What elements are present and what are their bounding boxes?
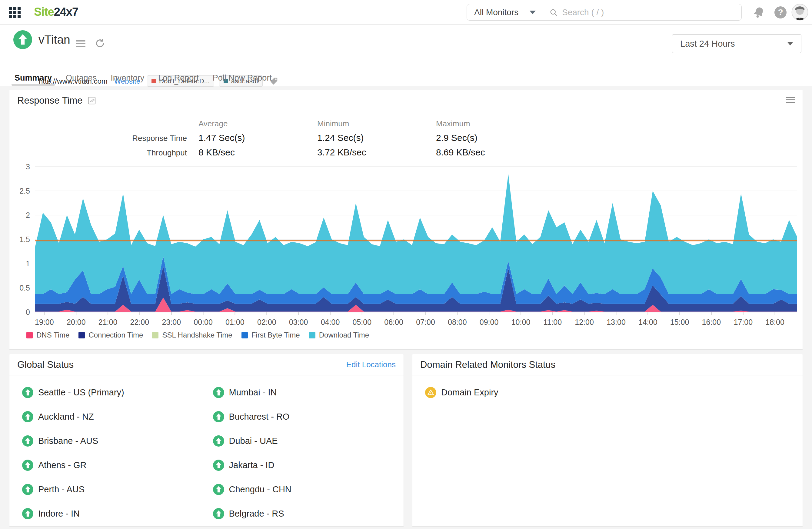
- legend-item[interactable]: DNS Time: [26, 331, 69, 339]
- domain-monitors-panel: Domain Related Monitors Status Domain Ex…: [412, 354, 803, 527]
- svg-text:18:00: 18:00: [765, 318, 784, 326]
- user-avatar[interactable]: [791, 3, 809, 21]
- warning-icon: [425, 387, 436, 398]
- svg-text:07:00: 07:00: [416, 318, 435, 326]
- location-item[interactable]: Brisbane - AUS: [22, 429, 213, 453]
- status-up-icon: [22, 436, 33, 446]
- stat-header-minimum: Minimum: [317, 119, 436, 129]
- response-panel-title: Response Time: [17, 95, 83, 106]
- svg-text:15:00: 15:00: [670, 318, 689, 326]
- legend-item[interactable]: Connection Time: [78, 331, 143, 339]
- location-item[interactable]: Auckland - NZ: [22, 405, 213, 429]
- domain-monitor-item[interactable]: Domain Expiry: [425, 380, 802, 405]
- stat-value: 1.47 Sec(s): [199, 133, 317, 143]
- locations-col-1: Seattle - US (Primary)Auckland - NZBrisb…: [22, 380, 213, 526]
- response-stats-table: Average Minimum Maximum Response Time 1.…: [10, 119, 802, 158]
- svg-text:10:00: 10:00: [511, 318, 531, 326]
- location-item[interactable]: Belgrade - RS: [213, 501, 404, 526]
- svg-text:01:00: 01:00: [226, 318, 245, 326]
- stat-value: 2.9 Sec(s): [436, 133, 555, 143]
- location-item[interactable]: Bucharest - RO: [213, 405, 404, 429]
- top-bar: Site24x7 All Monitors ?: [0, 0, 812, 25]
- status-up-icon: [213, 387, 224, 398]
- refresh-icon[interactable]: [95, 38, 105, 49]
- monitor-menu-icon[interactable]: [76, 40, 85, 48]
- notifications-bell-icon[interactable]: [751, 4, 767, 20]
- status-up-icon: [22, 484, 33, 495]
- status-up-icon: [213, 484, 224, 495]
- location-item[interactable]: Athens - GR: [22, 453, 213, 477]
- search-input[interactable]: [562, 8, 735, 17]
- time-range-label: Last 24 Hours: [680, 39, 735, 49]
- location-item[interactable]: Jakarta - ID: [213, 453, 404, 477]
- tab-log-report[interactable]: Log Report: [158, 69, 199, 86]
- svg-text:22:00: 22:00: [130, 318, 149, 326]
- location-item[interactable]: Dubai - UAE: [213, 429, 404, 453]
- stat-header-maximum: Maximum: [436, 119, 555, 129]
- stat-value: 8 KB/sec: [199, 147, 317, 158]
- location-item[interactable]: Perth - AUS: [22, 477, 213, 501]
- tab-summary[interactable]: Summary: [15, 69, 52, 86]
- status-up-icon: [213, 460, 224, 471]
- tab-outages[interactable]: Outages: [66, 69, 97, 86]
- legend-swatch: [152, 332, 158, 338]
- stat-value: 3.72 KB/sec: [317, 147, 436, 158]
- legend-swatch: [78, 332, 85, 338]
- legend-item[interactable]: Download Time: [309, 331, 369, 339]
- svg-text:09:00: 09:00: [480, 318, 499, 326]
- legend-item[interactable]: First Byte Time: [242, 331, 300, 339]
- time-range-dropdown[interactable]: Last 24 Hours: [672, 34, 801, 53]
- svg-text:13:00: 13:00: [607, 318, 626, 326]
- svg-text:21:00: 21:00: [99, 318, 118, 326]
- help-icon[interactable]: ?: [774, 6, 786, 18]
- svg-text:05:00: 05:00: [353, 318, 372, 326]
- svg-text:23:00: 23:00: [162, 318, 181, 326]
- status-up-icon: [213, 508, 224, 519]
- status-up-icon: [22, 508, 33, 519]
- legend-swatch: [309, 332, 315, 338]
- chart-legend: DNS TimeConnection TimeSSL Handshake Tim…: [26, 331, 802, 339]
- response-chart[interactable]: 00.511.522.5319:0020:0021:0022:0023:0000…: [10, 162, 802, 329]
- monitor-header: vTitan http://www.vtitan.com Website Don…: [0, 25, 812, 86]
- svg-text:06:00: 06:00: [384, 318, 403, 326]
- svg-text:14:00: 14:00: [638, 318, 657, 326]
- edit-locations-link[interactable]: Edit Locations: [346, 360, 396, 369]
- chevron-down-icon: [530, 11, 536, 14]
- stat-value: 8.69 KB/sec: [436, 147, 555, 158]
- apps-grid-icon[interactable]: [9, 7, 20, 18]
- svg-text:17:00: 17:00: [734, 318, 753, 326]
- svg-text:0: 0: [26, 308, 30, 316]
- svg-text:02:00: 02:00: [257, 318, 276, 326]
- location-item[interactable]: Mumbai - IN: [213, 380, 404, 405]
- domain-items: Domain Expiry: [412, 376, 802, 405]
- response-time-panel: Response Time Average Minimum Maximum Re…: [9, 90, 803, 350]
- stat-header-average: Average: [199, 119, 317, 129]
- svg-text:03:00: 03:00: [289, 318, 308, 326]
- svg-text:00:00: 00:00: [193, 318, 213, 326]
- stat-row-label: Throughput: [10, 148, 199, 158]
- legend-swatch: [26, 332, 33, 338]
- global-status-panel: Global Status Edit Locations Seattle - U…: [9, 354, 404, 527]
- locations-col-2: Mumbai - INBucharest - RODubai - UAEJaka…: [213, 380, 404, 526]
- svg-text:12:00: 12:00: [575, 318, 594, 326]
- search-icon: [549, 8, 558, 17]
- tab-inventory[interactable]: Inventory: [111, 69, 144, 86]
- location-item[interactable]: Seattle - US (Primary): [22, 380, 213, 405]
- trend-chart-icon[interactable]: [87, 96, 96, 105]
- location-item[interactable]: Chengdu - CHN: [213, 477, 404, 501]
- global-status-title: Global Status: [17, 359, 74, 370]
- status-up-icon: [22, 411, 33, 422]
- tab-poll-now-report[interactable]: Poll Now Report: [213, 69, 272, 86]
- monitor-scope-label: All Monitors: [474, 8, 518, 17]
- svg-text:2.5: 2.5: [19, 187, 30, 195]
- panel-menu-icon[interactable]: [786, 97, 795, 104]
- stat-row-label: Response Time: [10, 134, 199, 143]
- svg-text:11:00: 11:00: [543, 318, 562, 326]
- legend-item[interactable]: SSL Handshake Time: [152, 331, 232, 339]
- monitor-status-up-icon: [13, 30, 32, 49]
- location-item[interactable]: Indore - IN: [22, 501, 213, 526]
- svg-text:0.5: 0.5: [19, 283, 30, 292]
- site24x7-logo[interactable]: Site24x7: [34, 5, 78, 18]
- status-up-icon: [213, 411, 224, 422]
- monitor-scope-dropdown[interactable]: All Monitors: [467, 4, 543, 20]
